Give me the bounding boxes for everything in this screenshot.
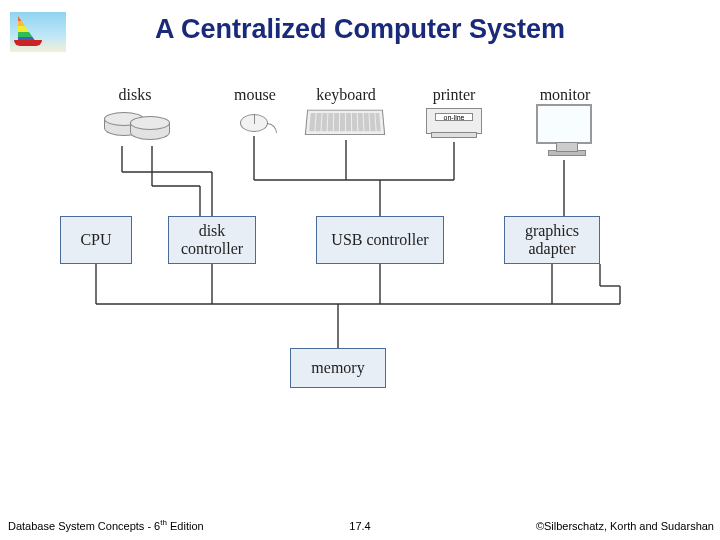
slide-title: A Centralized Computer System bbox=[0, 14, 720, 45]
bus-lines bbox=[60, 86, 660, 426]
system-diagram: disks mouse keyboard printer monitor on-… bbox=[60, 86, 660, 426]
footer-copyright: ©Silberschatz, Korth and Sudarshan bbox=[536, 520, 714, 532]
